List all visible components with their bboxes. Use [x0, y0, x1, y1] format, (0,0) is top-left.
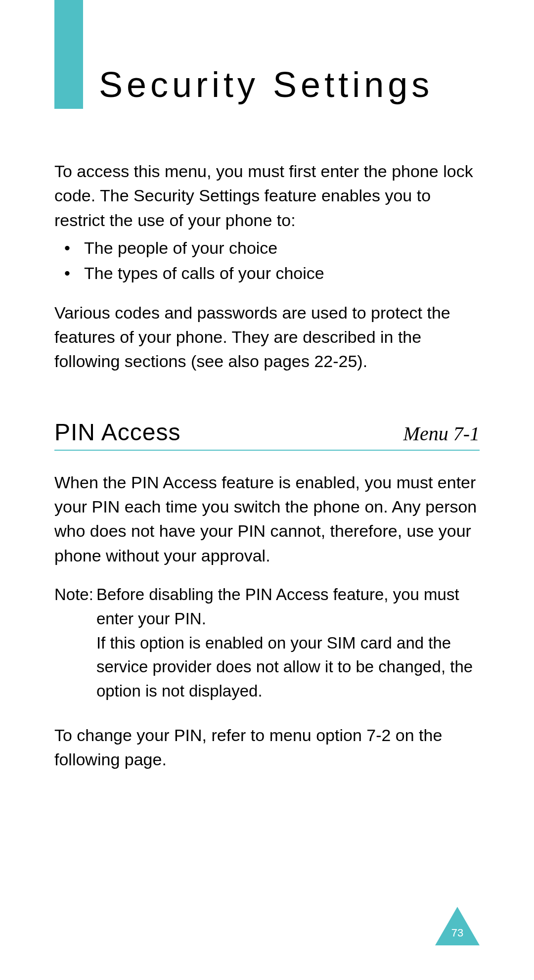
intro-bullet-list: The people of your choice The types of c…: [54, 235, 480, 286]
section-title: PIN Access: [54, 419, 180, 446]
page-number-triangle-icon: [435, 907, 480, 945]
page-container: Security Settings To access this menu, y…: [0, 0, 534, 772]
content-area: To access this menu, you must first ente…: [54, 159, 480, 772]
header-accent-bar: [54, 0, 83, 109]
section-paragraph-2: To change your PIN, refer to menu option…: [54, 723, 480, 772]
header-block: Security Settings: [54, 0, 480, 105]
note-block: Note: Before disabling the PIN Access fe…: [54, 583, 480, 703]
list-item: The types of calls of your choice: [54, 261, 480, 286]
section-header: PIN Access Menu 7-1: [54, 419, 480, 451]
section-paragraph-1: When the PIN Access feature is enabled, …: [54, 470, 480, 568]
intro-paragraph-2: Various codes and passwords are used to …: [54, 301, 480, 374]
menu-reference: Menu 7-1: [403, 422, 480, 445]
note-label: Note:: [54, 583, 96, 703]
note-content: Before disabling the PIN Access feature,…: [96, 583, 480, 703]
list-item: The people of your choice: [54, 235, 480, 261]
page-title: Security Settings: [54, 0, 480, 105]
intro-paragraph: To access this menu, you must first ente…: [54, 159, 480, 233]
page-number: 73: [435, 927, 480, 939]
